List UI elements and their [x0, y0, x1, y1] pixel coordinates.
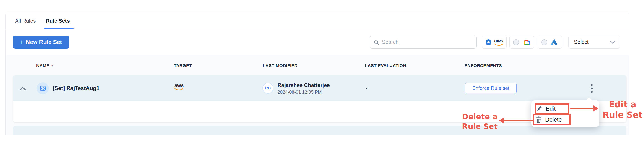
trash-icon [536, 116, 542, 123]
modified-timestamp: 2024-08-01 12:05 PM [278, 89, 322, 95]
edit-arrow-line [570, 108, 594, 109]
new-rule-set-button[interactable]: + New Rule Set [13, 36, 69, 49]
modified-by-name: Rajarshee Chatterjee [278, 82, 330, 88]
enforce-rule-set-button[interactable]: Enforce Rule set [465, 83, 516, 93]
delete-arrow-line [504, 120, 534, 121]
gcp-filter-toggle[interactable] [510, 36, 534, 49]
search-input[interactable] [382, 39, 473, 45]
column-header-last-modified: LAST MODIFIED [263, 63, 298, 68]
tab-all-rules[interactable]: All Rules [15, 13, 36, 29]
avatar: RC [262, 83, 274, 94]
rule-set-name: [Set] RajTestAug1 [53, 85, 100, 91]
menu-item-delete[interactable]: Delete [536, 115, 562, 125]
menu-item-edit[interactable]: Edit [536, 104, 556, 114]
radio-unselected-icon [513, 39, 519, 45]
menu-item-delete-label: Delete [545, 116, 562, 123]
column-header-name[interactable]: NAME▾ [36, 63, 53, 68]
column-header-enforcements: ENFORCEMENTS [464, 63, 502, 68]
select-dropdown-value: Select [574, 39, 588, 45]
column-header-last-evaluation: LAST EVALUATION [365, 63, 406, 68]
kebab-menu-icon[interactable] [589, 83, 594, 94]
search-icon [374, 39, 379, 45]
plus-icon: + [20, 39, 24, 45]
toolbar: + New Rule Set aws [6, 29, 629, 55]
tab-rule-sets[interactable]: Rule Sets [46, 13, 70, 29]
target-aws-logo-icon: aws [174, 83, 184, 91]
gcp-logo-icon [522, 39, 530, 46]
search-box[interactable] [370, 36, 476, 49]
column-header-target: TARGET [174, 63, 192, 68]
azure-filter-toggle[interactable] [538, 36, 562, 49]
rules-page: All Rules Rule Sets + New Rule Set [0, 0, 644, 150]
radio-unselected-icon [542, 39, 547, 45]
new-rule-set-label: New Rule Set [26, 39, 62, 45]
chevron-up-icon[interactable] [20, 86, 26, 91]
context-menu: Edit Delete [531, 100, 599, 127]
delete-annotation-label: Delete a Rule Set [460, 112, 500, 131]
menu-item-edit-label: Edit [546, 105, 556, 112]
aws-logo-text: aws [494, 38, 503, 43]
aws-logo-icon: aws [494, 38, 503, 46]
edit-annotation-label: Edit a Rule Set [602, 99, 643, 120]
azure-logo-icon [550, 39, 558, 46]
radio-selected-icon [486, 39, 492, 45]
chevron-down-icon [610, 40, 616, 44]
edit-arrow-head-icon [593, 105, 598, 111]
next-rule-set-row-partial[interactable] [13, 126, 626, 135]
sort-caret-icon: ▾ [51, 64, 53, 68]
select-dropdown[interactable]: Select [568, 36, 620, 49]
pencil-icon [536, 106, 542, 112]
aws-filter-toggle[interactable]: aws [482, 36, 507, 49]
last-evaluation-value: - [366, 85, 368, 91]
rule-set-icon [37, 82, 49, 94]
delete-arrow-head-icon [499, 118, 504, 123]
tabs-bar: All Rules Rule Sets [6, 13, 629, 29]
active-tab-underline [44, 28, 74, 29]
target-aws-text: aws [174, 83, 184, 88]
rule-set-row[interactable]: [Set] RajTestAug1 aws RC Rajarshee Chatt… [13, 75, 626, 101]
